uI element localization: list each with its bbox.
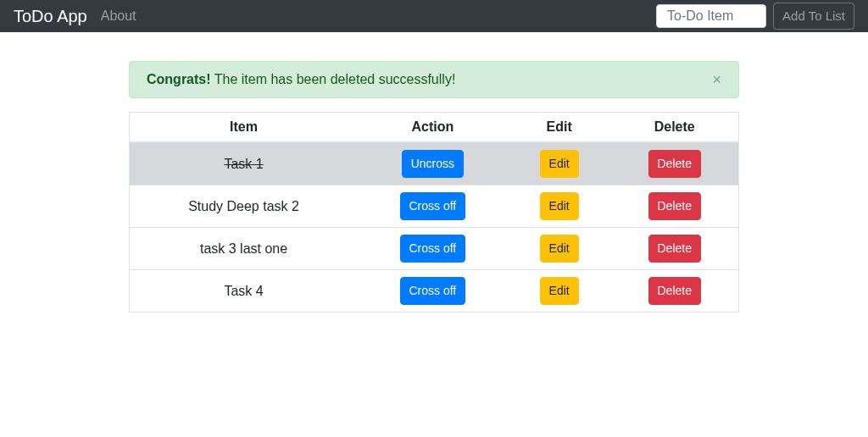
add-to-list-button[interactable]: Add To List <box>773 3 854 30</box>
header-item: Item <box>130 113 359 143</box>
crossoff-button[interactable]: Cross off <box>400 192 466 220</box>
item-cell: Task 1 <box>130 142 359 185</box>
table-row: Task 1UncrossEditDelete <box>130 142 739 185</box>
edit-button[interactable]: Edit <box>540 192 579 220</box>
add-form: Add To List <box>656 3 854 30</box>
edit-cell: Edit <box>508 270 611 313</box>
delete-cell: Delete <box>610 142 738 185</box>
alert-strong: Congrats! <box>147 72 211 86</box>
navbar: ToDo App About Add To List <box>0 0 868 32</box>
table-row: task 3 last oneCross offEditDelete <box>130 228 739 270</box>
table-row: Task 4Cross offEditDelete <box>130 270 739 313</box>
header-action: Action <box>358 113 508 143</box>
uncross-button[interactable]: Uncross <box>402 150 464 178</box>
edit-button[interactable]: Edit <box>540 150 579 178</box>
edit-cell: Edit <box>508 142 611 185</box>
table-row: Study Deep task 2Cross offEditDelete <box>130 185 739 228</box>
header-edit: Edit <box>508 113 611 143</box>
delete-button[interactable]: Delete <box>648 192 701 220</box>
action-cell: Cross off <box>358 185 508 228</box>
action-cell: Uncross <box>358 142 508 185</box>
item-cell: Study Deep task 2 <box>130 185 359 228</box>
todo-input[interactable] <box>656 4 766 28</box>
action-cell: Cross off <box>358 228 508 270</box>
todo-table: Item Action Edit Delete Task 1UncrossEdi… <box>129 112 739 313</box>
edit-button[interactable]: Edit <box>540 235 579 263</box>
delete-cell: Delete <box>610 185 738 228</box>
table-header-row: Item Action Edit Delete <box>130 113 739 143</box>
alert-message: The item has been deleted successfully! <box>211 72 456 86</box>
brand-link[interactable]: ToDo App <box>14 7 87 26</box>
delete-cell: Delete <box>610 270 738 313</box>
delete-button[interactable]: Delete <box>648 150 701 178</box>
crossoff-button[interactable]: Cross off <box>400 277 466 305</box>
crossoff-button[interactable]: Cross off <box>400 235 466 263</box>
edit-cell: Edit <box>508 228 611 270</box>
header-delete: Delete <box>610 113 738 143</box>
about-link[interactable]: About <box>101 8 136 24</box>
item-cell: Task 4 <box>130 270 359 313</box>
delete-cell: Delete <box>610 228 738 270</box>
main-container: Congrats! The item has been deleted succ… <box>116 61 752 313</box>
action-cell: Cross off <box>358 270 508 313</box>
item-cell: task 3 last one <box>130 228 359 270</box>
success-alert: Congrats! The item has been deleted succ… <box>129 61 739 98</box>
close-icon: × <box>712 71 721 88</box>
edit-button[interactable]: Edit <box>540 277 579 305</box>
delete-button[interactable]: Delete <box>648 277 701 305</box>
edit-cell: Edit <box>508 185 611 228</box>
delete-button[interactable]: Delete <box>648 235 701 263</box>
close-alert-button[interactable]: × <box>695 62 738 97</box>
